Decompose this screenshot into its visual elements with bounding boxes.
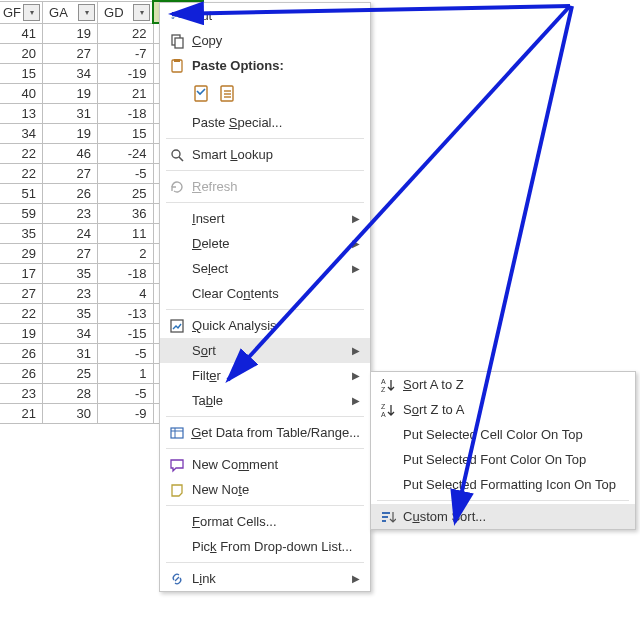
menu-custom-sort[interactable]: Custom Sort... [371, 504, 635, 529]
cell[interactable]: 22 [98, 23, 154, 44]
cell[interactable]: 26 [0, 344, 43, 364]
cell[interactable]: 22 [0, 164, 43, 184]
cell[interactable]: 28 [43, 384, 98, 404]
menu-cell-color-top[interactable]: Put Selected Cell Color On Top [371, 422, 635, 447]
cell[interactable]: 1 [98, 364, 154, 384]
cell[interactable]: 17 [0, 264, 43, 284]
menu-sort-az[interactable]: AZSort A to Z [371, 372, 635, 397]
cell[interactable]: -7 [98, 44, 154, 64]
cell[interactable]: 25 [43, 364, 98, 384]
cell[interactable]: -9 [98, 404, 154, 424]
cell[interactable]: 34 [43, 324, 98, 344]
cell[interactable]: 27 [43, 164, 98, 184]
cell[interactable]: -15 [98, 324, 154, 344]
menu-insert[interactable]: Insert▶ [160, 206, 370, 231]
col-header-gf[interactable]: GF▾ [0, 1, 43, 23]
cell[interactable]: 4 [98, 284, 154, 304]
cell[interactable]: 36 [98, 204, 154, 224]
menu-paste-options: Paste Options: [160, 53, 370, 78]
paste-options-icons[interactable] [160, 78, 370, 110]
cell[interactable]: 51 [0, 184, 43, 204]
cell[interactable]: 29 [0, 244, 43, 264]
cell[interactable]: 13 [0, 104, 43, 124]
menu-delete[interactable]: Delete▶ [160, 231, 370, 256]
table-icon [166, 425, 187, 441]
cell[interactable]: 21 [98, 84, 154, 104]
menu-format-cells[interactable]: Format Cells... [160, 509, 370, 534]
cell[interactable]: -18 [98, 104, 154, 124]
cell[interactable]: 35 [43, 304, 98, 324]
svg-rect-11 [171, 320, 183, 332]
menu-font-color-top[interactable]: Put Selected Font Color On Top [371, 447, 635, 472]
cell[interactable]: 15 [0, 64, 43, 84]
context-menu[interactable]: ✂Cut Copy Paste Options: Paste Special..… [159, 2, 371, 592]
menu-clear-contents[interactable]: Clear Contents [160, 281, 370, 306]
cell[interactable]: -18 [98, 264, 154, 284]
menu-filter[interactable]: Filter▶ [160, 363, 370, 388]
cell[interactable]: -5 [98, 164, 154, 184]
cell[interactable]: -24 [98, 144, 154, 164]
cell[interactable]: 26 [0, 364, 43, 384]
cell[interactable]: 23 [0, 384, 43, 404]
cell[interactable]: 20 [0, 44, 43, 64]
cell[interactable]: 34 [43, 64, 98, 84]
cell[interactable]: 35 [0, 224, 43, 244]
menu-cut[interactable]: ✂Cut [160, 3, 370, 28]
cell[interactable]: -5 [98, 344, 154, 364]
cell[interactable]: -13 [98, 304, 154, 324]
cell[interactable]: 19 [43, 124, 98, 144]
cell[interactable]: 19 [0, 324, 43, 344]
cell[interactable]: 41 [0, 23, 43, 44]
cell[interactable]: 22 [0, 144, 43, 164]
cell[interactable]: 46 [43, 144, 98, 164]
col-header-ga[interactable]: GA▾ [43, 1, 98, 23]
cell[interactable]: 19 [43, 23, 98, 44]
cell[interactable]: 31 [43, 104, 98, 124]
cell[interactable]: 15 [98, 124, 154, 144]
cell[interactable]: 25 [98, 184, 154, 204]
cell[interactable]: -19 [98, 64, 154, 84]
menu-table[interactable]: Table▶ [160, 388, 370, 413]
cell[interactable]: 22 [0, 304, 43, 324]
menu-copy[interactable]: Copy [160, 28, 370, 53]
menu-label: Put Selected Cell Color On Top [399, 427, 625, 442]
paste-option-2-icon[interactable] [218, 84, 238, 104]
sort-submenu[interactable]: AZSort A to Z ZASort Z to A Put Selected… [370, 371, 636, 530]
cell[interactable]: 31 [43, 344, 98, 364]
menu-pick-list[interactable]: Pick From Drop-down List... [160, 534, 370, 559]
menu-smart-lookup[interactable]: Smart Lookup [160, 142, 370, 167]
menu-getdata[interactable]: Get Data from Table/Range... [160, 420, 370, 445]
cell[interactable]: 35 [43, 264, 98, 284]
cell[interactable]: 27 [43, 244, 98, 264]
cell[interactable]: -5 [98, 384, 154, 404]
menu-quick-analysis[interactable]: Quick Analysis [160, 313, 370, 338]
cell[interactable]: 40 [0, 84, 43, 104]
menu-sort-za[interactable]: ZASort Z to A [371, 397, 635, 422]
cell[interactable]: 34 [0, 124, 43, 144]
cell[interactable]: 19 [43, 84, 98, 104]
cell[interactable]: 21 [0, 404, 43, 424]
filter-dropdown-icon[interactable]: ▾ [133, 4, 150, 21]
cell[interactable]: 27 [0, 284, 43, 304]
filter-dropdown-icon[interactable]: ▾ [23, 4, 40, 21]
menu-select[interactable]: Select▶ [160, 256, 370, 281]
menu-link[interactable]: Link▶ [160, 566, 370, 591]
header-label: GA [49, 5, 68, 20]
cell[interactable]: 59 [0, 204, 43, 224]
menu-sort[interactable]: Sort▶ [160, 338, 370, 363]
cell[interactable]: 2 [98, 244, 154, 264]
cell[interactable]: 26 [43, 184, 98, 204]
menu-paste-special[interactable]: Paste Special... [160, 110, 370, 135]
col-header-gd[interactable]: GD▾ [98, 1, 154, 23]
cell[interactable]: 23 [43, 284, 98, 304]
menu-new-note[interactable]: New Note [160, 477, 370, 502]
paste-option-1-icon[interactable] [192, 84, 212, 104]
filter-dropdown-icon[interactable]: ▾ [78, 4, 95, 21]
cell[interactable]: 30 [43, 404, 98, 424]
cell[interactable]: 27 [43, 44, 98, 64]
cell[interactable]: 23 [43, 204, 98, 224]
menu-formatting-icon-top[interactable]: Put Selected Formatting Icon On Top [371, 472, 635, 497]
menu-new-comment[interactable]: New Comment [160, 452, 370, 477]
cell[interactable]: 11 [98, 224, 154, 244]
cell[interactable]: 24 [43, 224, 98, 244]
